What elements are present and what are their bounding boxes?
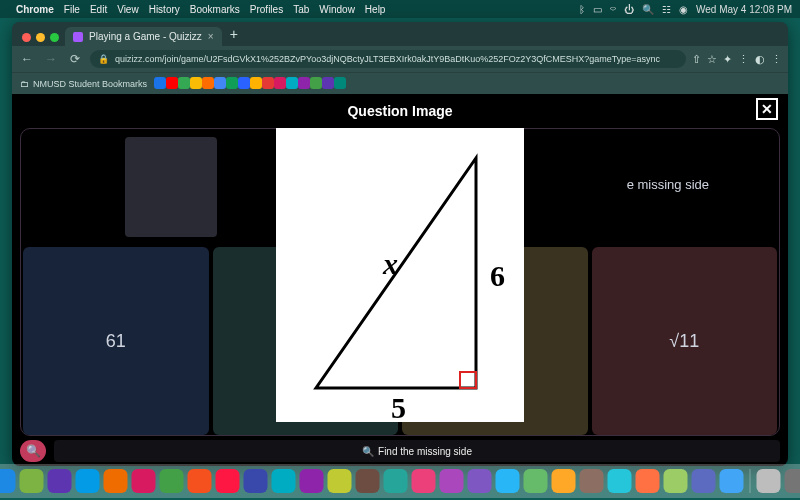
control-center-icon[interactable]: ☷ bbox=[662, 4, 671, 15]
dock-app-icon[interactable] bbox=[468, 469, 492, 493]
menu-history[interactable]: History bbox=[149, 4, 180, 15]
menu-help[interactable]: Help bbox=[365, 4, 386, 15]
dock-app-icon[interactable] bbox=[356, 469, 380, 493]
lock-icon: 🔒 bbox=[98, 54, 109, 64]
ext-icon[interactable]: ⋮ bbox=[738, 53, 749, 66]
dock-app-icon[interactable] bbox=[384, 469, 408, 493]
omnibox[interactable]: 🔒 quizizz.com/join/game/U2FsdGVkX1%252BZ… bbox=[90, 50, 686, 68]
zoom-button[interactable]: 🔍 bbox=[20, 440, 46, 462]
dock-app-icon[interactable] bbox=[160, 469, 184, 493]
dock-app-icon[interactable] bbox=[496, 469, 520, 493]
footer-question-text: 🔍 Find the missing side bbox=[54, 440, 780, 462]
bluetooth-icon[interactable]: ᛒ bbox=[579, 4, 585, 15]
dock-app-icon[interactable] bbox=[244, 469, 268, 493]
dock-app-icon[interactable] bbox=[757, 469, 781, 493]
clock[interactable]: Wed May 4 12:08 PM bbox=[696, 4, 792, 15]
dock-app-icon[interactable] bbox=[785, 469, 801, 493]
avatar-icon[interactable]: ◐ bbox=[755, 53, 765, 66]
bookmark-icon[interactable] bbox=[322, 77, 334, 89]
siri-icon[interactable]: ◉ bbox=[679, 4, 688, 15]
tab-favicon bbox=[73, 32, 83, 42]
answer-option-4[interactable]: √11 bbox=[592, 247, 778, 435]
answer-option-1[interactable]: 61 bbox=[23, 247, 209, 435]
bookmark-icon[interactable] bbox=[262, 77, 274, 89]
dock-app-icon[interactable] bbox=[692, 469, 716, 493]
menu-view[interactable]: View bbox=[117, 4, 139, 15]
bottom-side-label: 5 bbox=[391, 391, 406, 422]
bookmark-icon[interactable] bbox=[214, 77, 226, 89]
bookmark-icon[interactable] bbox=[238, 77, 250, 89]
footer-label: Find the missing side bbox=[378, 446, 472, 457]
dock-app-icon[interactable] bbox=[608, 469, 632, 493]
dock-app-icon[interactable] bbox=[440, 469, 464, 493]
menu-bookmarks[interactable]: Bookmarks bbox=[190, 4, 240, 15]
kebab-icon[interactable]: ⋮ bbox=[771, 53, 782, 66]
bookmark-icon[interactable] bbox=[286, 77, 298, 89]
menu-edit[interactable]: Edit bbox=[90, 4, 107, 15]
address-bar: ← → ⟳ 🔒 quizizz.com/join/game/U2FsdGVkX1… bbox=[12, 46, 788, 72]
ext-icon[interactable]: ✦ bbox=[723, 53, 732, 66]
dock-app-icon[interactable] bbox=[104, 469, 128, 493]
dock-app-icon[interactable] bbox=[272, 469, 296, 493]
display-icon[interactable]: ▭ bbox=[593, 4, 602, 15]
dock-app-icon[interactable] bbox=[132, 469, 156, 493]
bookmark-icon[interactable] bbox=[226, 77, 238, 89]
bookmark-folder-label: NMUSD Student Bookmarks bbox=[33, 79, 147, 89]
modal-header: Question Image ✕ bbox=[12, 94, 788, 128]
bookmark-icon[interactable] bbox=[250, 77, 262, 89]
app-menu: Chrome File Edit View History Bookmarks … bbox=[16, 4, 385, 15]
bookmark-icon[interactable] bbox=[190, 77, 202, 89]
dock-app-icon[interactable] bbox=[664, 469, 688, 493]
menu-tab[interactable]: Tab bbox=[293, 4, 309, 15]
menu-window[interactable]: Window bbox=[319, 4, 355, 15]
answer-label: √11 bbox=[669, 331, 699, 352]
power-icon[interactable]: ⏻ bbox=[624, 4, 634, 15]
dock-app-icon[interactable] bbox=[524, 469, 548, 493]
tab-close-icon[interactable]: × bbox=[208, 31, 214, 42]
search-icon[interactable]: 🔍 bbox=[642, 4, 654, 15]
dock-app-icon[interactable] bbox=[580, 469, 604, 493]
nav-forward-button[interactable]: → bbox=[42, 52, 60, 66]
dock-app-icon[interactable] bbox=[216, 469, 240, 493]
window-zoom-button[interactable] bbox=[50, 33, 59, 42]
question-text-partial: e missing side bbox=[627, 177, 709, 192]
window-close-button[interactable] bbox=[22, 33, 31, 42]
dock-app-icon[interactable] bbox=[636, 469, 660, 493]
dock-app-icon[interactable] bbox=[552, 469, 576, 493]
bookmark-icon[interactable] bbox=[178, 77, 190, 89]
menu-profiles[interactable]: Profiles bbox=[250, 4, 283, 15]
window-minimize-button[interactable] bbox=[36, 33, 45, 42]
bookmark-icon[interactable] bbox=[202, 77, 214, 89]
dock-app-icon[interactable] bbox=[300, 469, 324, 493]
wifi-icon[interactable]: ⌔ bbox=[610, 4, 616, 15]
bookmark-icon[interactable] bbox=[334, 77, 346, 89]
dock-app-icon[interactable] bbox=[20, 469, 44, 493]
dock-app-icon[interactable] bbox=[412, 469, 436, 493]
new-tab-button[interactable]: + bbox=[222, 26, 246, 46]
menu-appname[interactable]: Chrome bbox=[16, 4, 54, 15]
question-thumbnail[interactable] bbox=[125, 137, 217, 237]
nav-reload-button[interactable]: ⟳ bbox=[66, 52, 84, 66]
bookmark-folder[interactable]: 🗀 NMUSD Student Bookmarks bbox=[20, 79, 147, 89]
bookmark-icon[interactable] bbox=[298, 77, 310, 89]
quiz-footer: 🔍 🔍 Find the missing side bbox=[20, 440, 780, 462]
right-side-label: 6 bbox=[490, 259, 505, 292]
bookmark-icon[interactable] bbox=[154, 77, 166, 89]
menu-file[interactable]: File bbox=[64, 4, 80, 15]
dock-app-icon[interactable] bbox=[720, 469, 744, 493]
bookmark-icon[interactable] bbox=[274, 77, 286, 89]
dock-app-icon[interactable] bbox=[76, 469, 100, 493]
dock-app-icon[interactable] bbox=[0, 469, 16, 493]
ext-icon[interactable]: ⇧ bbox=[692, 53, 701, 66]
dock-app-icon[interactable] bbox=[188, 469, 212, 493]
dock-app-icon[interactable] bbox=[48, 469, 72, 493]
question-image[interactable]: x 6 5 bbox=[276, 128, 524, 422]
bookmark-icon[interactable] bbox=[166, 77, 178, 89]
dock-app-icon[interactable] bbox=[328, 469, 352, 493]
browser-tab[interactable]: Playing a Game - Quizizz × bbox=[65, 27, 222, 46]
modal-title: Question Image bbox=[347, 103, 452, 119]
modal-close-button[interactable]: ✕ bbox=[756, 98, 778, 120]
nav-back-button[interactable]: ← bbox=[18, 52, 36, 66]
ext-icon[interactable]: ☆ bbox=[707, 53, 717, 66]
bookmark-icon[interactable] bbox=[310, 77, 322, 89]
